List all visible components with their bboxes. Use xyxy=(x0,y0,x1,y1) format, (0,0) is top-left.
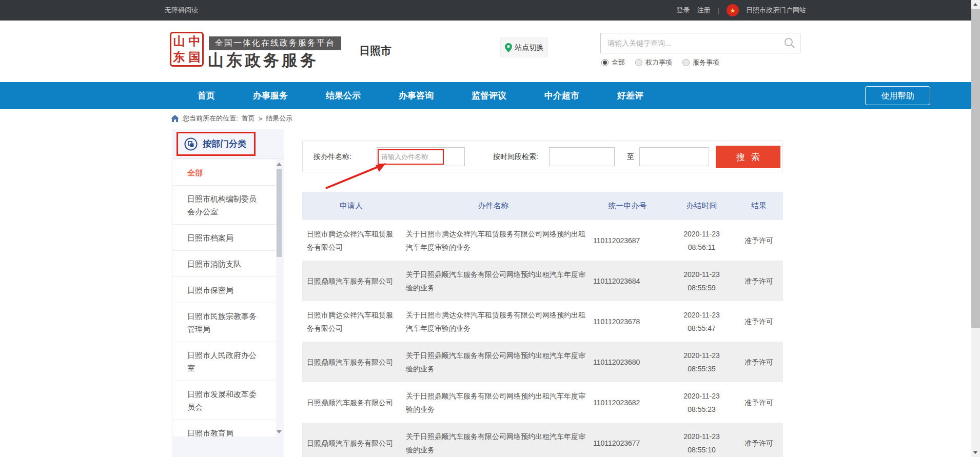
department-item[interactable]: 日照市消防支队 xyxy=(173,251,278,277)
cell-applicant: 日照市腾达众祥汽车租赁服务有限公司 xyxy=(302,301,400,342)
register-link[interactable]: 注册 xyxy=(697,6,711,15)
breadcrumb: 您当前所在的位置: 首页 > 结果公示 xyxy=(171,112,292,125)
location-pin-icon xyxy=(505,43,512,52)
search-icon[interactable] xyxy=(783,37,796,49)
site-switch-label: 站点切换 xyxy=(515,43,544,52)
nav-item-home[interactable]: 首页 xyxy=(179,82,234,109)
site-switch-button[interactable]: 站点切换 xyxy=(500,37,548,57)
nav-item-results[interactable]: 结果公示 xyxy=(307,82,380,109)
scope-radio-all[interactable]: 全部 xyxy=(601,58,625,67)
search-scope-radios: 全部 权力事项 服务事项 xyxy=(601,58,719,67)
table-row: 日照市腾达众祥汽车租赁服务有限公司 关于日照市腾达众祥汽车租赁服务有限公司网络预… xyxy=(302,301,783,342)
cell-serial: 110112023682 xyxy=(586,382,669,423)
page-scrollbar[interactable] xyxy=(971,0,980,457)
table-row: 日照市腾达众祥汽车租赁服务有限公司 关于日照市腾达众祥汽车租赁服务有限公司网络预… xyxy=(302,220,783,261)
sidebar-scrollbar[interactable] xyxy=(276,161,282,435)
cell-finish-time: 2020-11-2308:56:11 xyxy=(669,220,735,261)
page-scrollbar-thumb[interactable] xyxy=(971,9,980,328)
case-name-input[interactable] xyxy=(377,147,465,166)
city-portal-link[interactable]: 日照市政府门户网站 xyxy=(746,6,806,15)
accessibility-link[interactable]: 无障碍阅读 xyxy=(165,6,198,15)
radio-icon xyxy=(682,59,690,66)
cell-result: 准予许可 xyxy=(735,220,783,261)
cell-case-name: 关于日照鼎顺汽车服务有限公司网络预约出租汽车年度审验的业务 xyxy=(400,423,586,457)
cell-finish-time: 2020-11-2308:55:47 xyxy=(669,301,735,342)
table-row: 日照鼎顺汽车服务有限公司 关于日照鼎顺汽车服务有限公司网络预约出租汽车年度审验的… xyxy=(302,261,783,301)
cell-result: 准予许可 xyxy=(735,423,783,457)
col-header-case-name: 办件名称 xyxy=(400,192,586,220)
cell-serial: 110112023680 xyxy=(586,342,669,382)
nav-item-rating[interactable]: 好差评 xyxy=(598,82,662,109)
breadcrumb-prefix: 您当前所在的位置: xyxy=(183,114,238,123)
range-to-label: 至 xyxy=(627,152,634,162)
name-filter-label: 按办件名称: xyxy=(313,152,351,162)
cell-serial: 110112023678 xyxy=(586,301,669,342)
cell-serial: 110112023687 xyxy=(586,220,669,261)
scrollbar-up-button[interactable] xyxy=(971,0,980,9)
seal-char: 国 xyxy=(187,49,202,65)
cell-applicant: 日照鼎顺汽车服务有限公司 xyxy=(302,423,400,457)
cell-finish-time: 2020-11-2308:55:35 xyxy=(669,342,735,382)
results-filter-bar: 按办件名称: 按时间段检索: 至 搜索 xyxy=(302,141,782,172)
keyword-search-input[interactable] xyxy=(601,33,780,53)
scope-radio-power[interactable]: 权力事项 xyxy=(635,58,672,67)
department-list: 全部 日照市机构编制委员会办公室 日照市档案局 日照市消防支队 日照市保密局 日… xyxy=(173,160,278,436)
date-from-input[interactable] xyxy=(549,147,615,166)
department-category-icon xyxy=(184,137,198,151)
col-header-result: 结果 xyxy=(735,192,783,220)
nav-item-services[interactable]: 办事服务 xyxy=(234,82,307,109)
cell-applicant: 日照鼎顺汽车服务有限公司 xyxy=(302,261,400,301)
nav-item-agency-market[interactable]: 中介超市 xyxy=(525,82,598,109)
cell-finish-time: 2020-11-2308:55:23 xyxy=(669,382,735,423)
site-header: 山 中 东 国 全国一体化在线政务服务平台 山东政务服务 日照市 站点切换 全部… xyxy=(0,21,971,82)
table-row: 日照鼎顺汽车服务有限公司 关于日照鼎顺汽车服务有限公司网络预约出租汽车年度审验的… xyxy=(302,342,783,382)
results-table: 申请人 办件名称 统一申办号 办结时间 结果 日照市腾达众祥汽车租赁服务有限公司… xyxy=(302,192,783,457)
scrollbar-down-button[interactable] xyxy=(971,448,980,457)
department-item[interactable]: 日照市机构编制委员会办公室 xyxy=(173,186,278,225)
search-button[interactable]: 搜索 xyxy=(716,146,780,168)
radio-selected-icon xyxy=(601,59,609,66)
time-filter-label: 按时间段检索: xyxy=(493,152,538,162)
date-to-input[interactable] xyxy=(639,147,709,166)
cell-case-name: 关于日照鼎顺汽车服务有限公司网络预约出租汽车年度审验的业务 xyxy=(400,261,586,301)
scrollbar-up-icon[interactable] xyxy=(277,163,282,166)
topbar-divider: | xyxy=(718,7,719,14)
nav-item-supervision[interactable]: 监督评议 xyxy=(453,82,525,109)
seal-char: 中 xyxy=(187,33,202,49)
cell-applicant: 日照鼎顺汽车服务有限公司 xyxy=(302,382,400,423)
department-item[interactable]: 日照市民族宗教事务管理局 xyxy=(173,303,278,342)
cell-case-name: 关于日照市腾达众祥汽车租赁服务有限公司网络预约出租汽车年度审验的业务 xyxy=(400,301,586,342)
cell-case-name: 关于日照鼎顺汽车服务有限公司网络预约出租汽车年度审验的业务 xyxy=(400,342,586,382)
current-city-label: 日照市 xyxy=(359,44,391,58)
shandong-seal-logo: 山 中 东 国 xyxy=(170,32,204,67)
department-item[interactable]: 日照市保密局 xyxy=(173,277,278,303)
col-header-applicant: 申请人 xyxy=(302,192,400,220)
home-icon xyxy=(171,115,179,123)
seal-char: 山 xyxy=(171,33,187,49)
department-item-all[interactable]: 全部 xyxy=(173,160,278,186)
breadcrumb-home-link[interactable]: 首页 xyxy=(242,114,255,123)
cell-result: 准予许可 xyxy=(735,342,783,382)
cell-case-name: 关于日照市腾达众祥汽车租赁服务有限公司网络预约出租汽车年度审验的业务 xyxy=(400,220,586,261)
sidebar-title: 按部门分类 xyxy=(203,138,246,150)
top-utility-bar: 无障碍阅读 登录 注册 | ★ 日照市政府门户网站 xyxy=(0,0,971,21)
cell-serial: 110112023684 xyxy=(586,261,669,301)
cell-case-name: 关于日照鼎顺汽车服务有限公司网络预约出租汽车年度审验的业务 xyxy=(400,382,586,423)
platform-tagline: 全国一体化在线政务服务平台 xyxy=(209,36,341,50)
department-item[interactable]: 日照市人民政府办公室 xyxy=(173,342,278,381)
keyword-search-box xyxy=(600,33,800,53)
department-item[interactable]: 日照市教育局 xyxy=(173,420,278,436)
sidebar-header: 按部门分类 xyxy=(172,129,284,159)
department-item[interactable]: 日照市发展和改革委员会 xyxy=(173,381,278,420)
nav-item-consult[interactable]: 办事咨询 xyxy=(380,82,453,109)
breadcrumb-current: 结果公示 xyxy=(266,114,292,123)
col-header-serial: 统一申办号 xyxy=(586,192,669,220)
help-button[interactable]: 使用帮助 xyxy=(865,86,930,105)
breadcrumb-separator: > xyxy=(259,115,263,123)
scrollbar-down-icon[interactable] xyxy=(277,430,282,433)
scope-radio-service[interactable]: 服务事项 xyxy=(682,58,719,67)
cell-finish-time: 2020-11-2308:55:59 xyxy=(669,261,735,301)
sidebar-scrollbar-thumb[interactable] xyxy=(277,169,282,257)
department-item[interactable]: 日照市档案局 xyxy=(173,225,278,251)
login-link[interactable]: 登录 xyxy=(677,6,690,15)
